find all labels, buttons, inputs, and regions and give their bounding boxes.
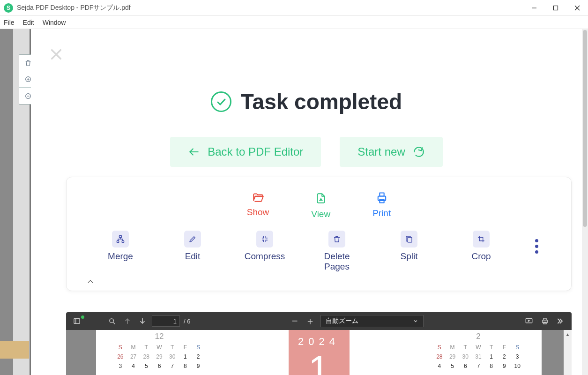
- arrow-left-icon: [188, 146, 200, 158]
- search-button[interactable]: [106, 317, 118, 325]
- zoom-select-label: 自動ズーム: [326, 317, 358, 325]
- merge-button[interactable]: Merge: [99, 231, 141, 262]
- window-minimize-button[interactable]: [523, 0, 545, 16]
- window-maximize-button[interactable]: [545, 0, 566, 16]
- pdf-viewer-toolbar: / 6 − ＋ 自動ズーム: [66, 312, 572, 330]
- folder-open-icon: [251, 191, 266, 203]
- svg-rect-21: [74, 319, 80, 324]
- svg-rect-15: [380, 200, 384, 203]
- more-menu-button[interactable]: [555, 317, 567, 325]
- start-new-label: Start new: [357, 145, 405, 158]
- start-new-button[interactable]: Start new: [340, 137, 442, 167]
- compress-icon: [261, 235, 269, 243]
- print-button[interactable]: Print: [372, 191, 391, 219]
- refresh-icon: [413, 146, 425, 158]
- more-tools-button[interactable]: [535, 239, 538, 254]
- panel-scrollbar[interactable]: [582, 29, 588, 375]
- presentation-button[interactable]: [523, 317, 535, 325]
- view-button[interactable]: View: [311, 191, 330, 219]
- file-pdf-icon: [315, 191, 327, 205]
- print-pdf-button[interactable]: [539, 317, 551, 325]
- menu-file[interactable]: File: [4, 19, 15, 26]
- prev-page-button[interactable]: [122, 317, 133, 325]
- show-label: Show: [247, 207, 269, 218]
- scrollbar-thumb[interactable]: [583, 30, 587, 227]
- compress-button[interactable]: Compress: [244, 231, 286, 262]
- svg-rect-18: [122, 240, 124, 242]
- delete-pages-button[interactable]: Delete Pages: [316, 231, 358, 272]
- mini-calendar-prev: 12 SMTWTFS2627282930123456789: [115, 330, 204, 369]
- printer-icon: [375, 191, 389, 204]
- menu-edit[interactable]: Edit: [23, 19, 34, 26]
- crop-label: Crop: [471, 251, 491, 262]
- svg-rect-30: [543, 318, 546, 320]
- pdf-page: 12 SMTWTFS2627282930123456789 2024 1 2 S…: [96, 330, 542, 375]
- mini-calendar-next: 2 SMTWTFS2829303112345678910: [434, 330, 523, 369]
- split-icon: [405, 235, 413, 243]
- task-complete-panel: Task completed Back to PDF Editor Start …: [31, 29, 582, 375]
- compress-label: Compress: [245, 251, 285, 262]
- edit-button[interactable]: Edit: [171, 231, 214, 262]
- window-titlebar: S Sejda PDF Desktop - PDFサンプル.pdf: [0, 0, 588, 16]
- svg-rect-1: [554, 6, 558, 10]
- crop-icon: [477, 235, 485, 243]
- zoom-select[interactable]: 自動ズーム: [320, 315, 424, 327]
- chevron-up-icon[interactable]: ▲: [564, 330, 572, 338]
- merge-icon: [116, 234, 125, 244]
- page-total-label: / 6: [184, 318, 190, 325]
- tools-card: Show View Print Merge Edit: [66, 177, 572, 291]
- window-title: Sejda PDF Desktop - PDFサンプル.pdf: [17, 4, 131, 12]
- calendar-hero: 2024 1: [289, 330, 350, 375]
- show-button[interactable]: Show: [247, 191, 269, 219]
- background-document-fragment: [0, 341, 29, 359]
- view-label: View: [311, 209, 330, 219]
- menubar: File Edit Window: [0, 16, 588, 29]
- svg-rect-17: [117, 240, 119, 242]
- svg-marker-28: [528, 320, 530, 322]
- pencil-icon: [188, 235, 197, 243]
- svg-line-24: [113, 322, 115, 324]
- pdf-page-area[interactable]: 12 SMTWTFS2627282930123456789 2024 1 2 S…: [66, 330, 572, 375]
- delete-pages-label: Delete Pages: [316, 251, 358, 272]
- svg-rect-20: [408, 237, 412, 242]
- page-number-input[interactable]: [152, 315, 180, 327]
- chevron-down-icon: [413, 318, 418, 324]
- back-to-editor-label: Back to PDF Editor: [208, 145, 303, 158]
- close-panel-button[interactable]: [50, 48, 63, 61]
- next-page-button[interactable]: [137, 317, 148, 325]
- collapse-card-button[interactable]: [85, 278, 552, 285]
- merge-label: Merge: [108, 251, 133, 262]
- svg-rect-16: [119, 236, 122, 238]
- back-to-editor-button[interactable]: Back to PDF Editor: [170, 137, 321, 167]
- edit-label: Edit: [185, 251, 201, 262]
- menu-window[interactable]: Window: [43, 19, 66, 26]
- print-label: Print: [372, 208, 391, 218]
- page-scrollbar[interactable]: ▲: [564, 330, 572, 375]
- window-close-button[interactable]: [566, 0, 588, 16]
- split-button[interactable]: Split: [388, 231, 430, 262]
- app-icon: S: [4, 3, 13, 13]
- svg-point-23: [110, 318, 114, 322]
- split-label: Split: [401, 251, 418, 262]
- svg-rect-14: [380, 193, 384, 196]
- check-icon: [211, 91, 231, 112]
- sidebar-toggle-button[interactable]: [71, 317, 83, 325]
- trash-icon: [333, 235, 341, 243]
- hero-title: Task completed: [241, 89, 402, 114]
- crop-button[interactable]: Crop: [460, 231, 502, 262]
